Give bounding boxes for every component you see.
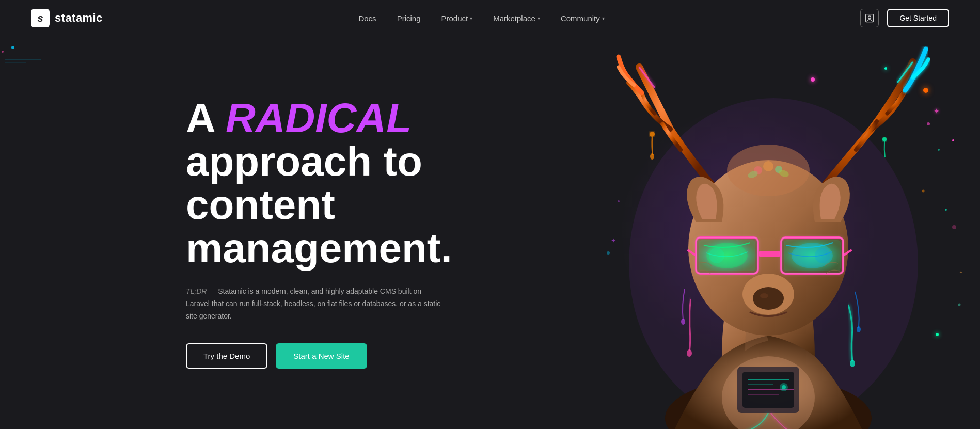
headline-rest: approach tocontentmanagement. [186, 138, 452, 271]
nav-marketplace[interactable]: Marketplace ▾ [485, 10, 548, 27]
hero-description: TL;DR — Statamic is a modern, clean, and… [186, 285, 444, 322]
svg-text:✦: ✦ [944, 207, 948, 213]
hero-headline: A RADICAL approach tocontentmanagement. [186, 97, 452, 270]
svg-point-40 [687, 349, 692, 357]
svg-point-38 [753, 287, 784, 310]
nav-pricing[interactable]: Pricing [389, 10, 429, 27]
svg-point-31 [815, 248, 830, 263]
svg-point-50 [618, 200, 620, 202]
svg-point-27 [709, 248, 724, 263]
hero-image: ✦ ✦ ✦ ✦ [515, 36, 980, 429]
svg-text:✦: ✦ [959, 270, 963, 275]
user-icon[interactable] [860, 9, 879, 27]
svg-text:✦: ✦ [611, 237, 616, 244]
svg-point-41 [681, 319, 685, 325]
svg-point-51 [607, 251, 610, 255]
svg-point-43 [857, 326, 861, 332]
description-label: TL;DR — [186, 287, 216, 295]
nav-docs[interactable]: Docs [350, 10, 384, 27]
svg-point-48 [938, 149, 940, 151]
svg-point-53 [958, 304, 961, 306]
nav-community[interactable]: Community ▾ [552, 10, 613, 27]
svg-point-23 [727, 145, 810, 196]
try-demo-button[interactable]: Try the Demo [186, 343, 267, 369]
nav-right: Get Started [860, 9, 949, 27]
svg-point-1 [868, 16, 871, 19]
community-chevron-icon: ▾ [602, 15, 605, 21]
navbar: s statamic Docs Pricing Product ▾ Market… [0, 0, 980, 36]
nav-links: Docs Pricing Product ▾ Marketplace ▾ Com… [350, 10, 612, 27]
nav-product[interactable]: Product ▾ [433, 10, 481, 27]
hero-buttons: Try the Demo Start a New Site [186, 343, 452, 369]
svg-rect-0 [866, 14, 874, 22]
logo[interactable]: s statamic [31, 9, 103, 27]
start-site-button[interactable]: Start a New Site [276, 343, 367, 369]
svg-point-42 [850, 360, 855, 367]
marketplace-chevron-icon: ▾ [538, 15, 540, 21]
svg-point-49 [922, 190, 925, 193]
svg-point-39 [760, 293, 768, 298]
description-body: Statamic is a modern, clean, and highly … [186, 287, 440, 320]
logo-name: statamic [55, 11, 103, 25]
headline-radical: RADICAL [226, 95, 412, 141]
get-started-button[interactable]: Get Started [887, 9, 949, 27]
svg-point-52 [952, 225, 956, 229]
svg-point-44 [650, 132, 655, 137]
svg-point-45 [650, 153, 654, 160]
deer-illustration: ✦ ✦ ✦ ✦ [567, 46, 970, 429]
svg-point-47 [927, 122, 930, 125]
svg-point-46 [882, 137, 887, 141]
svg-rect-32 [758, 252, 781, 256]
hero-section: A RADICAL approach tocontentmanagement. … [0, 36, 980, 429]
product-chevron-icon: ▾ [470, 15, 472, 21]
logo-icon: s [31, 9, 50, 27]
svg-point-16 [782, 385, 786, 389]
svg-text:✦: ✦ [934, 107, 940, 115]
hero-content: A RADICAL approach tocontentmanagement. … [186, 97, 452, 368]
headline-prefix: A [186, 95, 226, 141]
